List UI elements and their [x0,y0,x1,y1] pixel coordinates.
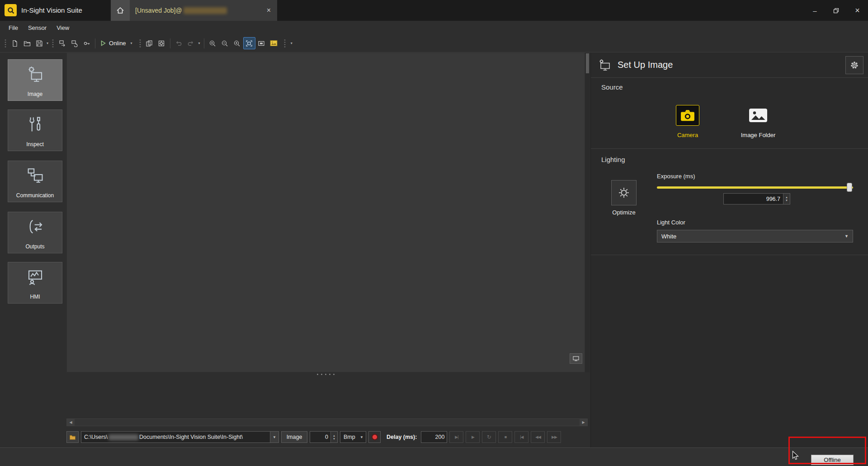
online-play-icon [101,40,106,46]
delay-input[interactable]: 200 [421,431,447,443]
play-single-button[interactable]: ▶| [449,431,463,443]
undo-button[interactable] [173,37,185,49]
folder-icon [69,434,76,440]
new-job-button[interactable] [9,37,21,49]
online-toggle[interactable]: Online ▾ [98,37,137,49]
key-icon[interactable] [80,37,93,49]
section-divider [591,255,868,255]
gear-icon [849,60,859,70]
safe-icon[interactable] [156,37,168,49]
menu-sensor[interactable]: Sensor [23,21,52,34]
settings-button[interactable] [845,56,863,74]
zoom-in-icon[interactable] [207,37,219,49]
sidebar-item-communication[interactable]: Communication [8,161,62,202]
toolbar-overflow-caret[interactable]: ▾ [291,41,292,45]
format-dropdown[interactable]: Bmp ▼ [340,431,366,443]
image-index-stepper[interactable]: 0 ▲▼ [310,431,338,443]
undo-options-caret[interactable]: ▾ [198,41,200,45]
source-camera-button[interactable]: Camera [656,105,719,138]
play-button[interactable]: ▶ [466,431,480,443]
online-caret: ▾ [131,41,132,45]
sidebar-item-label: Inspect [26,141,44,147]
close-button[interactable]: × [847,0,868,21]
sidebar-item-image[interactable]: Image [8,59,62,101]
light-color-dropdown[interactable]: White ▼ [657,230,853,243]
image-folder-label: Image Folder [741,132,776,138]
step-forward-button[interactable]: ▶▶ [547,431,561,443]
scroll-right-button[interactable]: ▶ [580,419,587,426]
tab-label: [Unsaved Job]@ [135,7,182,14]
save-job-button[interactable] [33,37,45,49]
job-tab[interactable]: [Unsaved Job]@ × [111,0,277,21]
exposure-label: Exposure (ms) [657,173,695,180]
status-bar [0,447,868,466]
stop-button[interactable]: ■ [498,431,512,443]
canvas-vertical-scrollbar[interactable] [585,52,590,372]
chevron-down-icon: ▼ [360,435,366,439]
mouse-cursor [792,451,799,461]
app-window: In-Sight Vision Suite [Unsaved Job]@ × –… [0,0,868,466]
toolbar-grip[interactable] [139,39,142,48]
zoom-out-icon[interactable] [219,37,231,49]
sidebar-item-label: Image [28,91,42,97]
copy-icon[interactable] [143,37,156,49]
scrollbar-thumb[interactable] [586,53,589,73]
open-job-button[interactable] [21,37,33,49]
live-display-button[interactable] [570,353,582,364]
sidebar-item-hmi[interactable]: HMI [8,262,62,304]
scroll-left-button[interactable]: ◀ [67,419,75,426]
light-color-value: White [661,233,676,240]
save-options-caret[interactable]: ▾ [47,41,48,45]
camera-label: Camera [677,132,698,138]
refresh-sensor-icon[interactable] [68,37,80,49]
sidebar-item-inspect[interactable]: Inspect [8,109,62,151]
image-folder-icon [746,105,770,126]
menu-file[interactable]: File [4,21,23,34]
image-display-icon[interactable] [268,37,280,49]
optimize-button[interactable] [611,180,637,205]
filmstrip-splitter[interactable] [316,373,337,376]
stepper-arrows[interactable]: ▲▼ [330,432,337,442]
chevron-down-icon[interactable]: ▼ [270,432,278,442]
exposure-slider-thumb[interactable] [847,183,852,192]
zoom-fit-icon[interactable] [243,37,255,49]
exposure-stepper[interactable]: ▲▼ [783,194,790,204]
camera-icon [676,105,699,126]
home-icon[interactable] [111,0,130,21]
minimize-button[interactable]: – [804,0,826,21]
image-canvas[interactable] [66,52,585,372]
format-value: Bmp [344,434,355,440]
app-logo-icon [5,4,17,16]
sidebar-item-label: HMI [30,294,40,300]
toolbar-separator [95,38,95,48]
tools-icon [26,115,45,134]
zoom-actual-icon[interactable] [231,37,243,49]
source-image-folder-button[interactable]: Image Folder [726,105,790,138]
filmstrip-horizontal-scrollbar[interactable]: ◀ ▶ [66,418,588,426]
toolbar-grip[interactable] [283,39,286,48]
browse-folder-button[interactable] [66,431,79,443]
tab-close-button[interactable]: × [267,6,271,14]
redo-button[interactable] [185,37,197,49]
app-title: In-Sight Vision Suite [21,0,82,21]
exposure-slider[interactable] [657,186,853,189]
chevron-down-icon: ▼ [844,234,849,238]
image-label-cell: Image [281,431,307,443]
menu-view[interactable]: View [52,21,74,34]
go-first-button[interactable]: |◀ [514,431,528,443]
add-sensor-icon[interactable] [56,37,68,49]
setup-image-icon [598,58,612,72]
toolbar-grip[interactable] [4,39,7,48]
exposure-input[interactable]: 996.7 ▲▼ [723,193,790,204]
setup-image-panel: Set Up Image Source Camera [590,52,868,447]
optimize-label: Optimize [599,209,649,216]
loop-button[interactable]: ↻ [482,431,496,443]
restore-button[interactable] [826,0,847,21]
step-back-button[interactable]: ◀◀ [531,431,545,443]
sidebar-item-outputs[interactable]: Outputs [8,212,62,253]
record-path-combobox[interactable]: C:\Users\ Documents\In-Sight Vision Suit… [81,431,279,443]
toolbar-grip[interactable] [52,39,54,48]
record-button[interactable] [368,431,381,443]
zoom-region-icon[interactable] [255,37,268,49]
redacted-sensor-name [184,7,227,14]
